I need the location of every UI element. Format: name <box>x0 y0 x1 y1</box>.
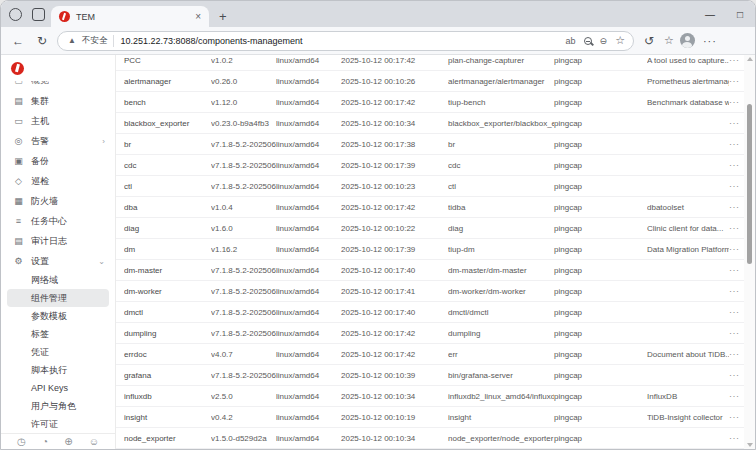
cell-published: 2025-10-12 00:10:34 <box>341 392 448 401</box>
table-row[interactable]: errdocv4.0.7linux/amd642025-10-12 00:17:… <box>116 344 755 365</box>
sidebar-item-label: 告警 <box>31 135 95 148</box>
tab-close-icon[interactable]: × <box>193 11 203 22</box>
table-row[interactable]: ctlv7.1.8-5.2-20250630linux/amd642025-10… <box>116 176 755 197</box>
cell-name: grafana <box>124 371 211 380</box>
cell-published: 2025-10-12 00:17:38 <box>341 140 448 149</box>
theme-icon[interactable]: ◔ <box>42 436 48 447</box>
cell-version: v0.4.2 <box>211 413 276 422</box>
history-icon[interactable]: ◷ <box>17 436 26 447</box>
scroll-up-icon[interactable] <box>747 57 753 61</box>
table-row[interactable]: dmv1.16.2linux/amd642025-10-12 00:17:39t… <box>116 239 755 260</box>
back-icon[interactable]: ← <box>9 34 27 48</box>
sidebar-subitem-users-roles[interactable]: 用户与角色 <box>7 397 109 415</box>
sidebar-item-firewall[interactable]: ▦防火墙 <box>7 191 109 211</box>
zoom-reset-icon[interactable]: ⊖ <box>598 36 610 46</box>
cell-name: influxdb <box>124 392 211 401</box>
browser-essentials-icon[interactable]: ↺ <box>640 34 658 48</box>
cell-description: Document about TiDB... <box>647 350 729 359</box>
cell-description: Clinic client for data... <box>647 224 729 233</box>
sidebar-subitem-tags[interactable]: 标签 <box>7 325 109 343</box>
cell-owner: pingcap <box>554 392 647 401</box>
table-row[interactable]: dm-masterv7.1.8-5.2-20250630linux/amd642… <box>116 260 755 281</box>
cell-version: v7.1.8-5.2-20250630 <box>211 371 276 380</box>
scroll-down-icon[interactable] <box>747 443 753 447</box>
sidebar-subitem-script-execution[interactable]: 脚本执行 <box>7 361 109 379</box>
profile-avatar[interactable] <box>680 33 695 48</box>
favorite-star-icon[interactable]: ☆ <box>615 34 625 47</box>
cell-name: dm-master <box>124 266 211 275</box>
browser-tab[interactable]: TEM × <box>51 6 209 27</box>
table-row[interactable]: dmctlv7.1.8-5.2-20250630linux/amd642025-… <box>116 302 755 323</box>
browser-menu-icon[interactable]: ··· <box>701 35 719 47</box>
cell-version: v7.1.8-5.2-20250630 <box>211 140 276 149</box>
table-row[interactable]: cdcv7.1.8-5.2-20250630linux/amd642025-10… <box>116 155 755 176</box>
sidebar-item-inspection[interactable]: ◇巡检 <box>7 171 109 191</box>
sidebar-item-audit-log[interactable]: ▤审计日志 <box>7 231 109 251</box>
cell-published: 2025-10-12 00:10:39 <box>341 371 448 380</box>
table-row[interactable]: dumplingv7.1.8-5.2-20250630linux/amd6420… <box>116 323 755 344</box>
table-row[interactable]: blackbox_exporterv0.23.0-b9a4fb3linux/am… <box>116 113 755 134</box>
tem-logo-icon[interactable] <box>11 62 24 75</box>
cell-description: TiDB-Insight collector <box>647 413 729 422</box>
cell-entry: node_exporter/node_exporter <box>448 434 554 443</box>
sidebar-subitem-network-domain[interactable]: 网络域 <box>7 271 109 289</box>
language-icon[interactable]: ⊕ <box>64 436 72 447</box>
cell-owner: pingcap <box>554 140 647 149</box>
cell-published: 2025-10-12 00:17:42 <box>341 329 448 338</box>
table-row[interactable]: diagv1.6.0linux/amd642025-10-12 00:10:22… <box>116 218 755 239</box>
warning-triangle-icon[interactable]: ▲ <box>68 36 76 45</box>
table-row[interactable]: PCCv1.0.2linux/amd642025-10-12 00:17:42p… <box>116 55 755 71</box>
sidebar-item-settings[interactable]: ⚙设置⌄ <box>7 251 109 271</box>
browser-logo-icon[interactable] <box>9 8 22 21</box>
sidebar-item-overview[interactable]: ▢概览 <box>7 81 109 91</box>
cell-owner: pingcap <box>554 182 647 191</box>
reload-icon[interactable]: ↻ <box>33 34 51 48</box>
table-row[interactable]: influxdbv2.5.0linux/amd642025-10-12 00:1… <box>116 386 755 407</box>
sidebar-subitem-parameter-templates[interactable]: 参数模板 <box>7 307 109 325</box>
table-row[interactable]: node_exporterv1.5.0-d529d2alinux/amd6420… <box>116 428 755 449</box>
sidebar-subitem-components-management[interactable]: 组件管理 <box>7 289 109 307</box>
address-bar[interactable]: ▲ 不安全 10.251.22.73:8088/components-manag… <box>57 31 634 51</box>
table-row[interactable]: grafanav7.1.8-5.2-20250630linux/amd64202… <box>116 365 755 386</box>
table-row[interactable]: benchv1.12.0linux/amd642025-10-12 00:17:… <box>116 92 755 113</box>
scrollbar-thumb[interactable] <box>747 104 752 264</box>
zoom-out-icon[interactable] <box>584 37 592 45</box>
tab-actions-icon[interactable] <box>32 8 45 21</box>
sidebar-item-hosts[interactable]: ▭主机 <box>7 111 109 131</box>
sidebar-item-backup[interactable]: ▣备份 <box>7 151 109 171</box>
minimize-button[interactable]: — <box>695 1 725 27</box>
chevron-icon: › <box>102 137 105 146</box>
table-row[interactable]: dbav1.0.4linux/amd642025-10-12 00:17:42t… <box>116 197 755 218</box>
maximize-button[interactable]: □ <box>725 1 755 27</box>
translate-icon[interactable]: ab <box>564 36 578 46</box>
sidebar-subitem-api-keys[interactable]: API Keys <box>7 379 109 397</box>
backup-icon: ▣ <box>13 156 24 166</box>
sidebar-item-label: 备份 <box>31 155 105 168</box>
sidebar-subitem-credentials[interactable]: 凭证 <box>7 343 109 361</box>
sidebar-item-clusters[interactable]: ▤集群 <box>7 91 109 111</box>
user-icon[interactable]: ☺ <box>89 436 99 447</box>
cell-published: 2025-10-12 00:17:42 <box>341 56 448 65</box>
table-row[interactable]: brv7.1.8-5.2-20250630linux/amd642025-10-… <box>116 134 755 155</box>
table-row[interactable]: dm-workerv7.1.8-5.2-20250630linux/amd642… <box>116 281 755 302</box>
cell-owner: pingcap <box>554 119 647 128</box>
table-row[interactable]: insightv0.4.2linux/amd642025-10-12 00:10… <box>116 407 755 428</box>
cell-platform: linux/amd64 <box>276 224 341 233</box>
page-scrollbar[interactable] <box>744 55 755 449</box>
collections-star-icon[interactable]: ☆ <box>664 34 674 47</box>
url-text[interactable]: 10.251.22.73:8088/components-management <box>120 36 557 46</box>
sidebar-subitem-license[interactable]: 许可证 <box>7 415 109 433</box>
cell-name: dba <box>124 203 211 212</box>
cell-name: dumpling <box>124 329 211 338</box>
new-tab-button[interactable]: + <box>209 9 237 27</box>
inspection-icon: ◇ <box>13 176 24 186</box>
table-row[interactable]: alertmanagerv0.26.0linux/amd642025-10-12… <box>116 71 755 92</box>
security-label[interactable]: 不安全 <box>82 35 115 47</box>
sidebar-item-alerts[interactable]: ◎告警› <box>7 131 109 151</box>
cell-owner: pingcap <box>554 161 647 170</box>
cell-name: br <box>124 140 211 149</box>
sidebar-item-task-center[interactable]: ≡任务中心 <box>7 211 109 231</box>
cell-platform: linux/amd64 <box>276 308 341 317</box>
task-center-icon: ≡ <box>13 216 24 226</box>
cell-version: v2.5.0 <box>211 392 276 401</box>
